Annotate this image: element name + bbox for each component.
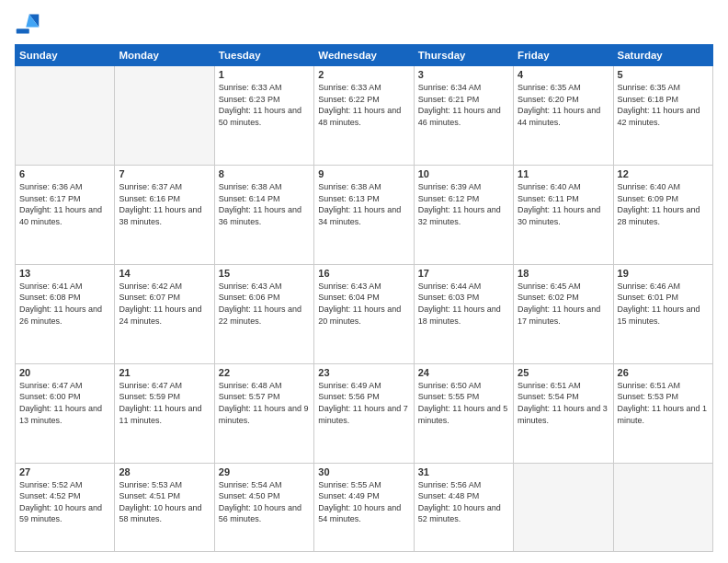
calendar-cell: 22Sunrise: 6:48 AM Sunset: 5:57 PM Dayli…: [214, 363, 313, 463]
calendar-row-3: 20Sunrise: 6:47 AM Sunset: 6:00 PM Dayli…: [16, 363, 713, 463]
calendar-row-0: 1Sunrise: 6:33 AM Sunset: 6:23 PM Daylig…: [16, 66, 713, 166]
calendar-cell: 6Sunrise: 6:36 AM Sunset: 6:17 PM Daylig…: [16, 165, 115, 264]
day-number: 16: [318, 268, 409, 279]
calendar-cell: 16Sunrise: 6:43 AM Sunset: 6:04 PM Dayli…: [314, 264, 414, 363]
day-number: 6: [19, 168, 110, 179]
day-number: 23: [318, 367, 409, 378]
calendar-cell: 26Sunrise: 6:51 AM Sunset: 5:53 PM Dayli…: [613, 363, 712, 463]
cell-sun-info: Sunrise: 5:52 AM Sunset: 4:52 PM Dayligh…: [19, 479, 110, 525]
day-number: 12: [618, 168, 709, 179]
cell-sun-info: Sunrise: 6:33 AM Sunset: 6:22 PM Dayligh…: [318, 82, 409, 128]
calendar-cell: [115, 66, 214, 166]
day-number: 14: [119, 268, 210, 279]
cell-sun-info: Sunrise: 6:41 AM Sunset: 6:08 PM Dayligh…: [19, 281, 110, 327]
calendar-cell: 20Sunrise: 6:47 AM Sunset: 6:00 PM Dayli…: [16, 363, 115, 463]
calendar-cell: 1Sunrise: 6:33 AM Sunset: 6:23 PM Daylig…: [214, 66, 313, 166]
calendar-table: SundayMondayTuesdayWednesdayThursdayFrid…: [15, 44, 713, 552]
calendar-cell: 15Sunrise: 6:43 AM Sunset: 6:06 PM Dayli…: [214, 264, 313, 363]
day-number: 29: [219, 466, 310, 477]
cell-sun-info: Sunrise: 6:47 AM Sunset: 6:00 PM Dayligh…: [19, 380, 110, 426]
cell-sun-info: Sunrise: 6:51 AM Sunset: 5:54 PM Dayligh…: [518, 380, 609, 426]
calendar-cell: 14Sunrise: 6:42 AM Sunset: 6:07 PM Dayli…: [115, 264, 214, 363]
calendar-cell: 30Sunrise: 5:55 AM Sunset: 4:49 PM Dayli…: [314, 463, 414, 551]
cell-sun-info: Sunrise: 6:44 AM Sunset: 6:03 PM Dayligh…: [418, 281, 509, 327]
cell-sun-info: Sunrise: 6:46 AM Sunset: 6:01 PM Dayligh…: [618, 281, 709, 327]
cell-sun-info: Sunrise: 6:36 AM Sunset: 6:17 PM Dayligh…: [19, 181, 110, 227]
day-number: 28: [119, 466, 210, 477]
day-number: 5: [618, 69, 709, 80]
cell-sun-info: Sunrise: 6:40 AM Sunset: 6:11 PM Dayligh…: [518, 181, 609, 227]
day-number: 18: [518, 268, 609, 279]
cell-sun-info: Sunrise: 6:33 AM Sunset: 6:23 PM Dayligh…: [219, 82, 310, 128]
calendar-cell: 11Sunrise: 6:40 AM Sunset: 6:11 PM Dayli…: [514, 165, 613, 264]
calendar-cell: [514, 463, 613, 551]
calendar-cell: 7Sunrise: 6:37 AM Sunset: 6:16 PM Daylig…: [115, 165, 214, 264]
calendar-cell: 21Sunrise: 6:47 AM Sunset: 5:59 PM Dayli…: [115, 363, 214, 463]
calendar-cell: 3Sunrise: 6:34 AM Sunset: 6:21 PM Daylig…: [414, 66, 513, 166]
calendar-cell: 8Sunrise: 6:38 AM Sunset: 6:14 PM Daylig…: [214, 165, 313, 264]
cell-sun-info: Sunrise: 5:55 AM Sunset: 4:49 PM Dayligh…: [318, 479, 409, 525]
day-number: 19: [618, 268, 709, 279]
day-number: 1: [219, 69, 310, 80]
cell-sun-info: Sunrise: 6:35 AM Sunset: 6:18 PM Dayligh…: [618, 82, 709, 128]
day-number: 11: [518, 168, 609, 179]
cell-sun-info: Sunrise: 6:38 AM Sunset: 6:14 PM Dayligh…: [219, 181, 310, 227]
calendar-cell: 17Sunrise: 6:44 AM Sunset: 6:03 PM Dayli…: [414, 264, 513, 363]
cell-sun-info: Sunrise: 6:37 AM Sunset: 6:16 PM Dayligh…: [119, 181, 210, 227]
calendar-cell: 29Sunrise: 5:54 AM Sunset: 4:50 PM Dayli…: [214, 463, 313, 551]
cell-sun-info: Sunrise: 6:39 AM Sunset: 6:12 PM Dayligh…: [418, 181, 509, 227]
cell-sun-info: Sunrise: 6:35 AM Sunset: 6:20 PM Dayligh…: [518, 82, 609, 128]
cell-sun-info: Sunrise: 5:56 AM Sunset: 4:48 PM Dayligh…: [418, 479, 509, 525]
day-number: 7: [119, 168, 210, 179]
calendar-cell: 13Sunrise: 6:41 AM Sunset: 6:08 PM Dayli…: [16, 264, 115, 363]
day-number: 2: [318, 69, 409, 80]
cell-sun-info: Sunrise: 6:47 AM Sunset: 5:59 PM Dayligh…: [119, 380, 210, 426]
calendar-cell: 9Sunrise: 6:38 AM Sunset: 6:13 PM Daylig…: [314, 165, 414, 264]
weekday-header-sunday: Sunday: [16, 45, 115, 66]
cell-sun-info: Sunrise: 6:38 AM Sunset: 6:13 PM Dayligh…: [318, 181, 409, 227]
weekday-header-row: SundayMondayTuesdayWednesdayThursdayFrid…: [16, 45, 713, 66]
cell-sun-info: Sunrise: 6:34 AM Sunset: 6:21 PM Dayligh…: [418, 82, 509, 128]
calendar-cell: 12Sunrise: 6:40 AM Sunset: 6:09 PM Dayli…: [613, 165, 712, 264]
header: [15, 11, 713, 37]
calendar-cell: 4Sunrise: 6:35 AM Sunset: 6:20 PM Daylig…: [514, 66, 613, 166]
day-number: 4: [518, 69, 609, 80]
calendar-cell: 25Sunrise: 6:51 AM Sunset: 5:54 PM Dayli…: [514, 363, 613, 463]
calendar-cell: 23Sunrise: 6:49 AM Sunset: 5:56 PM Dayli…: [314, 363, 414, 463]
calendar-cell: 28Sunrise: 5:53 AM Sunset: 4:51 PM Dayli…: [115, 463, 214, 551]
calendar-cell: 19Sunrise: 6:46 AM Sunset: 6:01 PM Dayli…: [613, 264, 712, 363]
logo-icon: [15, 11, 40, 37]
day-number: 13: [19, 268, 110, 279]
day-number: 22: [219, 367, 310, 378]
calendar-row-1: 6Sunrise: 6:36 AM Sunset: 6:17 PM Daylig…: [16, 165, 713, 264]
calendar-row-4: 27Sunrise: 5:52 AM Sunset: 4:52 PM Dayli…: [16, 463, 713, 551]
cell-sun-info: Sunrise: 6:48 AM Sunset: 5:57 PM Dayligh…: [219, 380, 310, 426]
day-number: 24: [418, 367, 509, 378]
calendar-cell: 18Sunrise: 6:45 AM Sunset: 6:02 PM Dayli…: [514, 264, 613, 363]
day-number: 20: [19, 367, 110, 378]
calendar-cell: 10Sunrise: 6:39 AM Sunset: 6:12 PM Dayli…: [414, 165, 513, 264]
cell-sun-info: Sunrise: 6:40 AM Sunset: 6:09 PM Dayligh…: [618, 181, 709, 227]
weekday-header-wednesday: Wednesday: [314, 45, 414, 66]
day-number: 26: [618, 367, 709, 378]
cell-sun-info: Sunrise: 6:43 AM Sunset: 6:06 PM Dayligh…: [219, 281, 310, 327]
weekday-header-saturday: Saturday: [613, 45, 712, 66]
weekday-header-thursday: Thursday: [414, 45, 513, 66]
logo: [15, 11, 44, 37]
cell-sun-info: Sunrise: 6:51 AM Sunset: 5:53 PM Dayligh…: [618, 380, 709, 426]
day-number: 25: [518, 367, 609, 378]
cell-sun-info: Sunrise: 5:54 AM Sunset: 4:50 PM Dayligh…: [219, 479, 310, 525]
cell-sun-info: Sunrise: 6:43 AM Sunset: 6:04 PM Dayligh…: [318, 281, 409, 327]
cell-sun-info: Sunrise: 6:49 AM Sunset: 5:56 PM Dayligh…: [318, 380, 409, 426]
day-number: 8: [219, 168, 310, 179]
calendar-cell: 5Sunrise: 6:35 AM Sunset: 6:18 PM Daylig…: [613, 66, 712, 166]
page: SundayMondayTuesdayWednesdayThursdayFrid…: [0, 0, 728, 563]
day-number: 3: [418, 69, 509, 80]
cell-sun-info: Sunrise: 6:42 AM Sunset: 6:07 PM Dayligh…: [119, 281, 210, 327]
day-number: 9: [318, 168, 409, 179]
day-number: 30: [318, 466, 409, 477]
calendar-cell: 27Sunrise: 5:52 AM Sunset: 4:52 PM Dayli…: [16, 463, 115, 551]
calendar-cell: [613, 463, 712, 551]
cell-sun-info: Sunrise: 6:45 AM Sunset: 6:02 PM Dayligh…: [518, 281, 609, 327]
day-number: 17: [418, 268, 509, 279]
